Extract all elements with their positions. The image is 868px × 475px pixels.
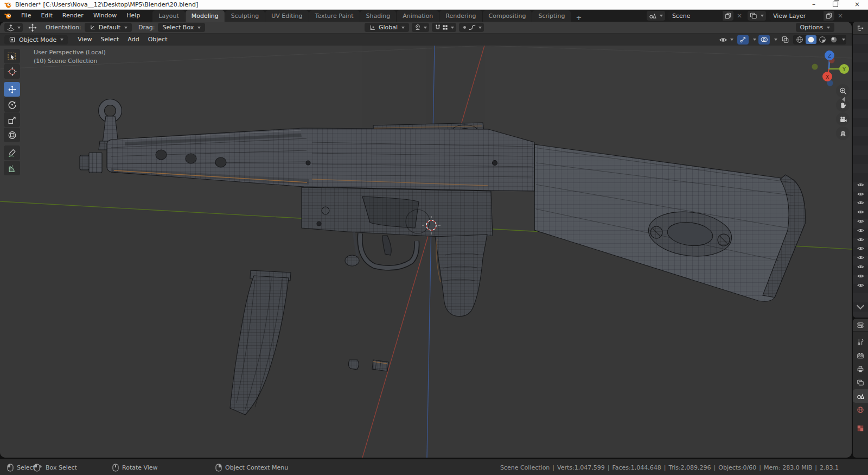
hide-in-viewport-eye-icon[interactable]: [857, 189, 864, 199]
hide-in-viewport-eye-icon[interactable]: [857, 262, 864, 271]
view-layer-remove-button[interactable]: ×: [835, 12, 845, 20]
overlays-dropdown-carat[interactable]: [774, 39, 777, 41]
tab-render-properties[interactable]: [853, 349, 868, 362]
tab-tool-properties[interactable]: [853, 335, 868, 349]
active-tool-button[interactable]: [4, 23, 23, 32]
view-layer-browse-button[interactable]: [748, 11, 766, 21]
viewport-menu-select[interactable]: Select: [96, 34, 123, 46]
tab-view-layer-properties[interactable]: [853, 376, 868, 389]
workspace-tab-scripting[interactable]: Scripting: [532, 10, 571, 22]
menu-render[interactable]: Render: [58, 10, 88, 22]
gizmo-dropdown-carat[interactable]: [753, 39, 756, 41]
shading-solid-button[interactable]: [806, 35, 816, 44]
show-overlays-toggle[interactable]: [758, 35, 770, 45]
hide-in-viewport-eye-icon[interactable]: [857, 281, 864, 290]
orientation-dropdown[interactable]: Default: [85, 23, 132, 32]
orthographic-toggle-button[interactable]: [836, 126, 850, 140]
workspace-tab-sculpting[interactable]: Sculpting: [225, 10, 265, 22]
hide-in-viewport-eye-icon[interactable]: [857, 235, 864, 244]
hide-in-viewport-eye-icon[interactable]: [857, 217, 864, 226]
gizmo-axis-x[interactable]: X: [822, 72, 832, 81]
tab-texture-properties[interactable]: [853, 421, 868, 435]
xray-toggle[interactable]: [780, 35, 791, 45]
hint-rotate-view: Rotate View: [112, 459, 158, 475]
snap-controls: [432, 23, 456, 32]
viewport-canvas[interactable]: User Perspective (Local) (10) Scene Coll…: [0, 46, 852, 458]
viewport-menu-view[interactable]: View: [73, 34, 96, 46]
hide-in-viewport-eye-icon[interactable]: [857, 180, 864, 189]
workspace-tab-layout[interactable]: Layout: [152, 10, 184, 22]
menu-file[interactable]: File: [16, 10, 36, 22]
tab-world-properties[interactable]: [853, 403, 868, 416]
workspace-tab-modeling[interactable]: Modeling: [186, 10, 225, 22]
proportional-editing-icon[interactable]: [461, 24, 468, 31]
tab-output-properties[interactable]: [853, 362, 868, 376]
viewport-menu-add[interactable]: Add: [123, 34, 143, 46]
scene-copy-button[interactable]: [723, 11, 733, 21]
shading-wireframe-button[interactable]: [794, 35, 805, 44]
shading-material-button[interactable]: [817, 35, 828, 44]
workspace-tab-rendering[interactable]: Rendering: [439, 10, 482, 22]
gizmo-axis-y[interactable]: Y: [839, 64, 849, 74]
drag-dropdown[interactable]: Select Box: [158, 23, 205, 32]
hide-in-viewport-eye-icon[interactable]: [857, 271, 864, 281]
restore-button[interactable]: [825, 0, 846, 9]
show-gizmo-toggle[interactable]: [737, 35, 749, 45]
workspace-tab-compositing[interactable]: Compositing: [483, 10, 532, 22]
status-bar: Select Box Select Rotate View Object Con…: [0, 459, 868, 475]
scene-unlink-button[interactable]: ×: [735, 12, 744, 20]
tool-select-box[interactable]: [4, 49, 20, 64]
transform-orientation-dropdown[interactable]: Global: [365, 23, 409, 32]
outliner-rows[interactable]: [853, 35, 868, 318]
tool-move[interactable]: [4, 82, 20, 97]
scene-browse-button[interactable]: [647, 11, 665, 21]
mode-dropdown[interactable]: Object Mode: [4, 35, 68, 45]
view-layer-copy-button[interactable]: [824, 11, 834, 21]
hide-in-viewport-eye-icon[interactable]: [857, 226, 864, 235]
blender-menu-button[interactable]: [0, 12, 16, 20]
add-workspace-button[interactable]: +: [571, 14, 586, 22]
workspace-tab-animation[interactable]: Animation: [397, 10, 439, 22]
close-button[interactable]: ×: [846, 0, 868, 9]
outliner-header[interactable]: [853, 22, 868, 35]
zoom-button[interactable]: [836, 84, 850, 98]
tool-measure[interactable]: [4, 161, 20, 175]
tool-rotate[interactable]: [4, 97, 20, 112]
hide-in-viewport-eye-icon[interactable]: [857, 244, 864, 254]
render-tab-icon: [857, 352, 864, 359]
tool-annotate[interactable]: [4, 145, 20, 160]
tool-scale[interactable]: [4, 112, 20, 127]
object-type-visibility-button[interactable]: [717, 35, 735, 45]
pivot-point-dropdown[interactable]: [412, 23, 429, 32]
workspace-tab-uv-editing[interactable]: UV Editing: [265, 10, 308, 22]
menu-help[interactable]: Help: [122, 10, 145, 22]
view-layer-name-field[interactable]: View Layer: [769, 11, 822, 21]
camera-view-button[interactable]: [836, 112, 850, 126]
snap-target-icon[interactable]: [442, 24, 449, 31]
shading-dropdown-carat[interactable]: [842, 39, 845, 41]
workspace-tab-texture-paint[interactable]: Texture Paint: [309, 10, 360, 22]
shading-rendered-button[interactable]: [828, 35, 839, 44]
hide-in-viewport-eye-icon[interactable]: [857, 253, 864, 262]
move-tool-icon: [27, 23, 38, 33]
falloff-curve-icon[interactable]: [468, 24, 476, 31]
sidebar-collapse-arrow[interactable]: [842, 97, 845, 102]
gizmo-axis-z[interactable]: Z: [825, 50, 834, 60]
minimize-button[interactable]: –: [803, 0, 825, 9]
menu-window[interactable]: Window: [88, 10, 122, 22]
viewport-menu-object[interactable]: Object: [144, 34, 172, 46]
outliner-collapse-chevron-icon[interactable]: [857, 302, 864, 309]
workspace-tab-shading[interactable]: Shading: [360, 10, 397, 22]
tool-transform[interactable]: [4, 128, 20, 142]
hide-in-viewport-eye-icon[interactable]: [857, 207, 864, 217]
snap-magnet-icon[interactable]: [434, 24, 442, 31]
scene-name-field[interactable]: Scene: [668, 11, 722, 21]
hide-in-viewport-eye-icon[interactable]: [857, 199, 864, 208]
menu-edit[interactable]: Edit: [36, 10, 57, 22]
properties-header[interactable]: [853, 319, 868, 332]
navigation-gizmo[interactable]: Z Y X: [807, 48, 852, 88]
gizmo-axis-neg-y[interactable]: [812, 64, 818, 70]
tool-cursor[interactable]: [4, 64, 20, 79]
options-dropdown[interactable]: Options: [796, 23, 834, 32]
tab-scene-properties[interactable]: [853, 389, 868, 403]
